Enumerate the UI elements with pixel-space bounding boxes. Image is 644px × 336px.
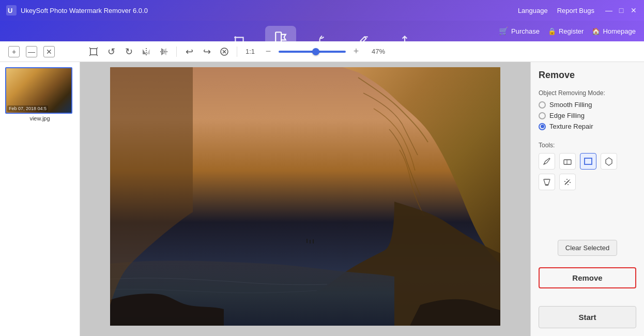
cart-icon: 🛒 bbox=[499, 26, 509, 36]
svg-point-30 bbox=[570, 182, 571, 183]
lasso-tool-button[interactable] bbox=[601, 153, 617, 170]
register-button[interactable]: 🔒 Register bbox=[548, 27, 584, 35]
tools-section-label: Tools: bbox=[539, 142, 636, 149]
svg-line-7 bbox=[89, 48, 90, 49]
object-removing-mode-section: Object Removing Mode: Smooth Filling Edg… bbox=[539, 89, 636, 135]
smooth-filling-radio[interactable] bbox=[539, 101, 546, 109]
pen-tool-button[interactable] bbox=[539, 153, 555, 170]
slider-thumb[interactable] bbox=[312, 48, 319, 55]
cancel-button[interactable] bbox=[217, 44, 232, 59]
flip-vertical-button[interactable] bbox=[157, 44, 171, 59]
svg-rect-24 bbox=[564, 160, 571, 164]
tools-row bbox=[539, 153, 636, 190]
thumbnail-image: Feb 07, 2018 04:5 bbox=[5, 67, 72, 114]
zoom-in-button[interactable]: + bbox=[349, 44, 363, 59]
add-image-button[interactable]: + bbox=[8, 46, 20, 57]
svg-marker-12 bbox=[146, 49, 150, 54]
svg-rect-2 bbox=[275, 32, 281, 42]
window-controls: — □ ✕ bbox=[605, 6, 638, 14]
flip-horizontal-button[interactable] bbox=[139, 44, 154, 59]
editor-toolbar: ↺ ↻ ↩ ↪ 1:1 − + bbox=[80, 41, 644, 62]
close-image-button[interactable]: ✕ bbox=[43, 46, 55, 57]
smooth-filling-option[interactable]: Smooth Filling bbox=[539, 101, 636, 109]
language-button[interactable]: Language bbox=[518, 7, 548, 14]
undo-button[interactable]: ↩ bbox=[182, 44, 196, 59]
close-button[interactable]: ✕ bbox=[630, 6, 638, 14]
mode-radio-group: Smooth Filling Edge Filling Texture Repa… bbox=[539, 101, 636, 130]
spacer bbox=[539, 202, 636, 234]
window-controls-bar: + — ✕ bbox=[0, 41, 80, 62]
svg-point-29 bbox=[564, 181, 565, 182]
report-bugs-button[interactable]: Report Bugs bbox=[557, 7, 594, 14]
remove-button[interactable]: Remove bbox=[539, 267, 636, 288]
separator-2 bbox=[237, 47, 237, 57]
svg-rect-26 bbox=[585, 158, 592, 164]
titlebar-nav: Language Report Bugs bbox=[518, 7, 594, 14]
canvas-area[interactable] bbox=[80, 62, 530, 336]
minimize-button[interactable]: — bbox=[605, 6, 613, 14]
left-sidebar: Feb 07, 2018 04:5 view.jpg bbox=[0, 62, 80, 336]
zoom-out-button[interactable]: − bbox=[261, 44, 275, 59]
zoom-ratio-label[interactable]: 1:1 bbox=[246, 48, 255, 55]
texture-repair-radio[interactable] bbox=[539, 123, 546, 130]
svg-line-9 bbox=[89, 55, 90, 56]
photo-background bbox=[110, 67, 500, 326]
homepage-button[interactable]: 🏠 Homepage bbox=[592, 27, 636, 35]
transform-button[interactable] bbox=[86, 44, 101, 59]
svg-text:U: U bbox=[8, 7, 12, 14]
radio-dot bbox=[541, 125, 544, 128]
svg-point-31 bbox=[568, 184, 569, 185]
zoom-percent-label: 47% bbox=[372, 48, 385, 55]
maximize-button[interactable]: □ bbox=[617, 6, 625, 14]
svg-rect-6 bbox=[90, 49, 97, 55]
remove-image-button[interactable]: — bbox=[26, 46, 37, 57]
thumbnail-date: Feb 07, 2018 04:5 bbox=[7, 105, 48, 112]
slider-track bbox=[279, 51, 346, 53]
photo-canvas bbox=[110, 67, 500, 326]
svg-line-10 bbox=[97, 55, 98, 56]
lock-icon: 🔒 bbox=[548, 27, 556, 35]
svg-point-28 bbox=[566, 179, 568, 180]
start-button[interactable]: Start bbox=[539, 306, 636, 328]
rectangle-tool-button[interactable] bbox=[580, 153, 596, 170]
app-logo: U bbox=[6, 5, 17, 16]
zoom-slider[interactable] bbox=[279, 51, 346, 53]
svg-marker-11 bbox=[143, 49, 146, 54]
svg-marker-27 bbox=[606, 158, 612, 165]
wand-tool-button[interactable] bbox=[559, 174, 576, 190]
thumbnail-item[interactable]: Feb 07, 2018 04:5 view.jpg bbox=[5, 67, 74, 121]
panel-title: Remove bbox=[539, 70, 636, 81]
app-title: UkeySoft Photo Watermark Remover 6.0.0 bbox=[21, 7, 518, 14]
right-panel: Remove Object Removing Mode: Smooth Fill… bbox=[530, 62, 644, 336]
purchase-button[interactable]: 🛒 Purchase bbox=[499, 26, 540, 36]
titlebar: U UkeySoft Photo Watermark Remover 6.0.0… bbox=[0, 0, 644, 21]
eraser-tool-button[interactable] bbox=[559, 153, 576, 170]
home-icon: 🏠 bbox=[592, 27, 600, 35]
redo-button[interactable]: ↪ bbox=[200, 44, 214, 59]
texture-repair-option[interactable]: Texture Repair bbox=[539, 123, 636, 130]
edge-filling-radio[interactable] bbox=[539, 112, 546, 119]
svg-line-8 bbox=[97, 48, 98, 49]
tools-section: Tools: bbox=[539, 142, 636, 195]
rotate-ccw-button[interactable]: ↺ bbox=[104, 44, 118, 59]
clear-selected-button[interactable]: Clear Selected bbox=[558, 240, 617, 256]
mode-section-label: Object Removing Mode: bbox=[539, 89, 636, 97]
main-content: Feb 07, 2018 04:5 view.jpg bbox=[0, 62, 644, 336]
thumbnail-filename: view.jpg bbox=[5, 115, 74, 121]
gap bbox=[539, 295, 636, 300]
edge-filling-option[interactable]: Edge Filling bbox=[539, 112, 636, 119]
fill-tool-button[interactable] bbox=[539, 174, 555, 190]
separator-1 bbox=[176, 47, 177, 57]
rotate-cw-button[interactable]: ↻ bbox=[121, 44, 136, 59]
